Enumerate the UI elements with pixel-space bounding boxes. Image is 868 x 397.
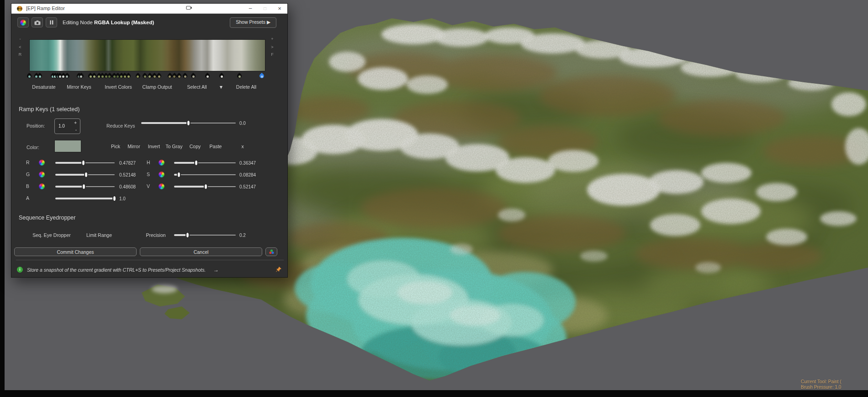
v-slider[interactable] [174, 183, 236, 190]
precision-slider[interactable] [174, 231, 236, 239]
position-value: 1.0 [58, 123, 65, 129]
close-button[interactable]: × [275, 5, 284, 12]
title-bar[interactable]: [EP] Ramp Editor – □ × [11, 4, 287, 14]
h-slider[interactable] [174, 159, 236, 166]
b-label: B [26, 183, 29, 189]
ramp-remove-left-label[interactable]: - [17, 37, 23, 41]
ramp-key[interactable] [176, 73, 182, 79]
ramp-key[interactable] [135, 73, 141, 79]
clear-color-button[interactable]: x [241, 144, 243, 149]
copy-button[interactable]: Copy [190, 144, 201, 149]
b-value: 0.48608 [119, 184, 136, 189]
camera-icon [34, 20, 41, 25]
mirror-button[interactable]: Mirror [127, 144, 140, 149]
a-slider[interactable] [55, 195, 115, 202]
ramp-shift-left-label[interactable]: < [17, 45, 23, 49]
seq-eye-dropper-button[interactable]: Seq. Eye Dropper [32, 232, 70, 238]
h-colorwheel-icon[interactable] [159, 160, 164, 166]
rgb-triangle-button[interactable] [265, 247, 277, 256]
status-current-tool: Current Tool: Paint ( [801, 379, 868, 385]
color-label: Color: [26, 145, 39, 150]
editing-node-label: Editing Node RGBA Lookup (Masked) [63, 20, 154, 25]
paste-button[interactable]: Paste [210, 144, 222, 149]
reduce-keys-label: Reduce Keys [106, 123, 135, 129]
pause-icon [50, 20, 53, 25]
window-title: [EP] Ramp Editor [26, 5, 65, 11]
select-dropdown-arrow-icon[interactable]: ▼ [219, 84, 223, 90]
snapshot-camera-button[interactable] [32, 17, 43, 27]
minimize-button[interactable]: – [246, 5, 254, 12]
ramp-key[interactable] [237, 73, 242, 79]
ramp-r-label[interactable]: R [17, 52, 23, 57]
to-gray-button[interactable]: To Gray [166, 144, 183, 149]
h-value: 0.36347 [239, 161, 256, 166]
s-label: S [147, 172, 150, 177]
pause-button[interactable] [46, 17, 57, 27]
ramp-key[interactable] [26, 73, 32, 79]
app-logo-icon [17, 6, 22, 11]
r-label: R [26, 160, 30, 165]
invert-colors-button[interactable]: Invert Colors [105, 84, 132, 90]
r-colorwheel-icon[interactable] [39, 160, 45, 166]
ramp-key[interactable] [219, 73, 224, 79]
color-swatch[interactable] [54, 140, 81, 152]
delete-all-button[interactable]: Delete All [236, 84, 256, 90]
ramp-key[interactable] [79, 73, 84, 79]
info-icon: i [17, 267, 23, 273]
b-colorwheel-icon[interactable] [39, 183, 45, 189]
g-colorwheel-icon[interactable] [39, 172, 45, 177]
a-value: 1.0 [119, 196, 126, 201]
position-decrement-button[interactable]: - [75, 128, 77, 132]
status-brush-pressure: Brush Pressure: 1.0 [801, 385, 868, 390]
window-frame-bottom [0, 390, 868, 397]
hint-arrow-icon[interactable]: → [213, 267, 219, 273]
ramp-gradient-strip[interactable] [29, 39, 265, 71]
show-presets-button[interactable]: Show Presets ▶ [230, 17, 276, 28]
ramp-add-right-label[interactable]: + [269, 37, 275, 41]
color-wheel-icon [20, 20, 26, 26]
ramp-key-selected[interactable] [259, 73, 265, 79]
ramp-key[interactable] [205, 73, 210, 79]
pin-icon[interactable] [275, 266, 282, 273]
g-slider[interactable] [55, 171, 115, 178]
precision-label: Precision [146, 232, 165, 238]
invert-button[interactable]: Invert [148, 144, 160, 149]
ramp-key[interactable] [126, 73, 131, 79]
v-colorwheel-icon[interactable] [159, 183, 164, 189]
g-value: 0.52148 [119, 172, 136, 177]
color-wheel-button[interactable] [17, 17, 29, 27]
s-slider[interactable] [174, 171, 236, 178]
capture-icon[interactable] [185, 5, 193, 12]
viewport-status-text: Current Tool: Paint ( Brush Pressure: 1.… [801, 379, 868, 390]
ramp-key[interactable] [191, 73, 196, 79]
rgb-triangle-icon [269, 249, 274, 254]
ramp-key[interactable] [156, 73, 162, 79]
s-colorwheel-icon[interactable] [159, 172, 164, 177]
ramp-keys-track[interactable] [29, 73, 265, 81]
ramp-key[interactable] [182, 73, 188, 79]
r-slider[interactable] [55, 159, 115, 166]
limit-range-button[interactable]: Limit Range [86, 232, 112, 238]
select-all-button[interactable]: Select All [187, 84, 206, 90]
commit-changes-button[interactable]: Commit Changes [14, 247, 137, 256]
hint-row: i Store a snapshot of the current gradie… [17, 266, 283, 275]
maximize-button[interactable]: □ [261, 5, 269, 12]
snapshot-hint-text: Store a snapshot of the current gradient… [27, 267, 206, 273]
ramp-shift-right-label[interactable]: > [269, 45, 275, 49]
reduce-keys-value: 0.0 [239, 121, 246, 126]
r-value: 0.47827 [119, 161, 136, 166]
b-slider[interactable] [55, 183, 115, 190]
ramp-key[interactable] [64, 73, 70, 79]
position-input[interactable]: 1.0 + - [54, 118, 80, 134]
position-label: Position: [26, 123, 45, 129]
mirror-keys-button[interactable]: Mirror Keys [67, 84, 91, 90]
position-increment-button[interactable]: + [74, 121, 77, 125]
desaturate-button[interactable]: Desaturate [32, 84, 55, 90]
ramp-f-label[interactable]: F [269, 52, 275, 57]
cancel-button[interactable]: Cancel [140, 247, 262, 256]
pick-button[interactable]: Pick [111, 144, 120, 149]
reduce-keys-slider[interactable] [141, 119, 236, 127]
clamp-output-button[interactable]: Clamp Output [143, 84, 172, 90]
ramp-key[interactable] [37, 73, 42, 79]
ramp-editor-dialog: [EP] Ramp Editor – □ × Editing Node RGBA… [11, 3, 288, 278]
